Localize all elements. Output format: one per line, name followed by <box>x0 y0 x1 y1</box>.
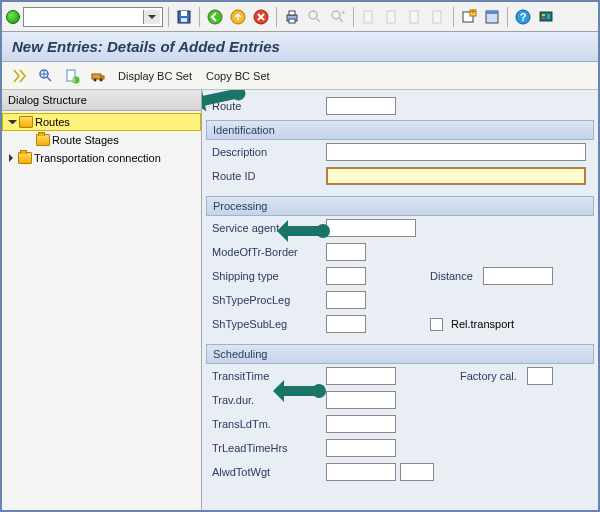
alwd-tot-wgt-unit-input[interactable] <box>400 463 434 481</box>
rel-transport-checkbox[interactable] <box>430 318 443 331</box>
svg-rect-19 <box>486 11 498 14</box>
svg-point-3 <box>208 10 222 24</box>
status-ok-icon <box>6 10 20 24</box>
route-label: Route <box>212 100 322 112</box>
factory-cal-label: Factory cal. <box>460 370 517 382</box>
twisty-open-icon[interactable] <box>7 117 17 127</box>
next-page-icon <box>405 7 425 27</box>
svg-rect-1 <box>181 11 187 16</box>
svg-text:+: + <box>470 9 476 17</box>
tree: Routes Route Stages Transportation conne… <box>2 111 201 169</box>
undo-icon[interactable] <box>62 66 82 86</box>
print-icon[interactable] <box>282 7 302 27</box>
dialog-structure-panel: Dialog Structure Routes Route Stages Tra… <box>2 90 202 510</box>
svg-rect-8 <box>289 19 295 23</box>
command-field[interactable] <box>23 7 163 27</box>
svg-rect-13 <box>410 11 418 23</box>
rel-transport-label: Rel.transport <box>451 318 514 330</box>
trans-ld-label: TransLdTm. <box>212 418 322 430</box>
svg-rect-7 <box>289 11 295 15</box>
copy-bc-set-button[interactable]: Copy BC Set <box>202 68 274 84</box>
transit-time-label: TransitTime <box>212 370 322 382</box>
svg-point-32 <box>100 78 103 81</box>
svg-point-31 <box>94 78 97 81</box>
mode-border-input[interactable] <box>326 243 366 261</box>
distance-label: Distance <box>430 270 473 282</box>
mode-border-label: ModeOfTr-Border <box>212 246 322 258</box>
route-input[interactable] <box>326 97 396 115</box>
separator <box>199 7 200 27</box>
shipping-type-input[interactable] <box>326 267 366 285</box>
tree-label: Route Stages <box>52 134 119 146</box>
shtype-proc-input[interactable] <box>326 291 366 309</box>
identification-header: Identification <box>206 120 594 140</box>
route-id-input[interactable] <box>326 167 586 185</box>
svg-rect-11 <box>364 11 372 23</box>
trans-ld-input[interactable] <box>326 415 396 433</box>
page-title: New Entries: Details of Added Entries <box>12 38 280 55</box>
folder-open-icon <box>19 116 33 128</box>
processing-header: Processing <box>206 196 594 216</box>
alwd-tot-wgt-input[interactable] <box>326 463 396 481</box>
title-bar: New Entries: Details of Added Entries <box>2 32 598 62</box>
shipping-type-label: Shipping type <box>212 270 322 282</box>
dialog-structure-header: Dialog Structure <box>2 90 201 111</box>
factory-cal-input[interactable] <box>527 367 553 385</box>
tree-node-route-stages[interactable]: Route Stages <box>2 131 201 149</box>
separator <box>353 7 354 27</box>
tree-label: Transportation connection <box>34 152 161 164</box>
svg-rect-30 <box>101 76 104 79</box>
twisty-closed-icon[interactable] <box>6 153 16 163</box>
service-agent-input[interactable] <box>326 219 416 237</box>
folder-icon <box>36 134 50 146</box>
separator <box>276 7 277 27</box>
find-next-icon <box>328 7 348 27</box>
shtype-subs-input[interactable] <box>326 315 366 333</box>
last-page-icon <box>428 7 448 27</box>
transport-icon[interactable] <box>88 66 108 86</box>
display-bc-set-button[interactable]: Display BC Set <box>114 68 196 84</box>
system-toolbar: + ? <box>2 2 598 32</box>
prev-page-icon <box>382 7 402 27</box>
route-row: Route <box>206 94 594 118</box>
tr-lead-hrs-input[interactable] <box>326 439 396 457</box>
layout-icon[interactable] <box>482 7 502 27</box>
exit-icon[interactable] <box>228 7 248 27</box>
help-icon[interactable]: ? <box>513 7 533 27</box>
svg-rect-23 <box>542 14 545 16</box>
scheduling-section: Scheduling TransitTime Factory cal. Trav… <box>206 344 594 484</box>
tree-label: Routes <box>35 116 70 128</box>
cancel-icon[interactable] <box>251 7 271 27</box>
distance-input[interactable] <box>483 267 553 285</box>
svg-point-10 <box>332 11 340 19</box>
separator <box>507 7 508 27</box>
scheduling-header: Scheduling <box>206 344 594 364</box>
app-toolbar: Display BC Set Copy BC Set <box>2 62 598 90</box>
find-icon <box>305 7 325 27</box>
processing-section: Processing Service agent ModeOfTr-Border… <box>206 196 594 336</box>
description-input[interactable] <box>326 143 586 161</box>
expand-icon[interactable] <box>10 66 30 86</box>
route-id-label: Route ID <box>212 170 322 182</box>
customize-icon[interactable] <box>536 7 556 27</box>
alwd-tot-wgt-label: AlwdTotWgt <box>212 466 322 478</box>
identification-section: Identification Description Route ID <box>206 120 594 188</box>
save-icon[interactable] <box>174 7 194 27</box>
first-page-icon <box>359 7 379 27</box>
svg-point-9 <box>309 11 317 19</box>
content-area: Route Identification Description Route I… <box>202 90 598 510</box>
svg-rect-22 <box>540 12 552 21</box>
svg-rect-25 <box>547 14 550 19</box>
tree-node-routes[interactable]: Routes <box>2 113 201 131</box>
svg-rect-14 <box>433 11 441 23</box>
description-label: Description <box>212 146 322 158</box>
new-session-icon[interactable]: + <box>459 7 479 27</box>
transit-time-input[interactable] <box>326 367 396 385</box>
folder-icon <box>18 152 32 164</box>
shtype-proc-label: ShTypeProcLeg <box>212 294 322 306</box>
service-agent-label: Service agent <box>212 222 322 234</box>
tree-node-transportation[interactable]: Transportation connection <box>2 149 201 167</box>
back-icon[interactable] <box>205 7 225 27</box>
trav-dur-input[interactable] <box>326 391 396 409</box>
collapse-icon[interactable] <box>36 66 56 86</box>
